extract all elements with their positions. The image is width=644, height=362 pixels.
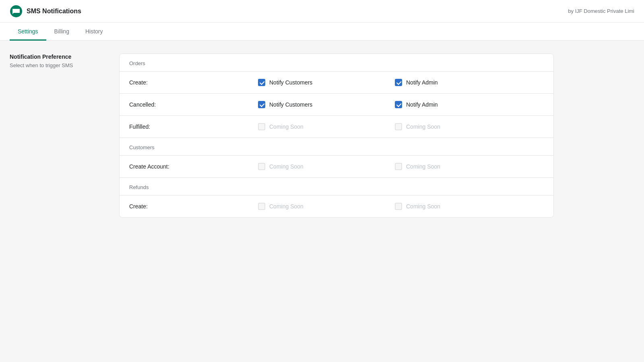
settings-card: Orders Create: Notify Customers Notify A… [119, 53, 554, 218]
customers-create-notify-customers-checkbox: Coming Soon [258, 163, 303, 170]
customers-create-notify-customers-box [258, 163, 265, 170]
row-orders-fulfilled-label: Fulfilled: [129, 123, 258, 130]
section-customers-header: Customers [120, 138, 553, 155]
orders-create-notify-customers-checkbox[interactable]: Notify Customers [258, 79, 312, 86]
refunds-create-notify-admin-group: Coming Soon [395, 203, 532, 210]
section-orders-header: Orders [120, 54, 553, 71]
customers-create-notify-admin-checkbox: Coming Soon [395, 163, 440, 170]
row-orders-cancelled: Cancelled: Notify Customers Notify Admin [120, 93, 553, 115]
customers-create-notify-customers-group: Coming Soon [258, 163, 395, 170]
customers-create-notify-admin-group: Coming Soon [395, 163, 532, 170]
row-orders-create: Create: Notify Customers Notify Admin [120, 71, 553, 93]
customers-create-notify-customers-label: Coming Soon [269, 163, 303, 170]
refunds-create-notify-customers-group: Coming Soon [258, 203, 395, 210]
orders-create-notify-admin-checkbox[interactable]: Notify Admin [395, 79, 438, 86]
orders-fulfilled-notify-customers-group: Coming Soon [258, 123, 395, 130]
orders-create-notify-customers-group: Notify Customers [258, 79, 395, 86]
row-customers-create-account-label: Create Account: [129, 163, 258, 170]
main-content: Notification Preference Select when to t… [0, 41, 564, 230]
orders-create-notify-admin-box[interactable] [395, 79, 402, 86]
orders-fulfilled-notify-customers-label: Coming Soon [269, 123, 303, 130]
orders-fulfilled-notify-admin-group: Coming Soon [395, 123, 532, 130]
row-orders-fulfilled: Fulfilled: Coming Soon Coming Soon [120, 115, 553, 138]
header-byline: by IJF Domestic Private Limi [568, 8, 634, 14]
orders-cancelled-notify-customers-label: Notify Customers [269, 101, 312, 108]
row-orders-cancelled-label: Cancelled: [129, 101, 258, 108]
sidebar-description: Select when to trigger SMS [10, 62, 106, 68]
orders-create-notify-customers-label: Notify Customers [269, 79, 312, 86]
customers-create-notify-admin-box [395, 163, 402, 170]
orders-fulfilled-notify-admin-label: Coming Soon [406, 123, 440, 130]
tabs-bar: Settings Billing History [0, 23, 644, 41]
row-customers-create-account: Create Account: Coming Soon Coming Soon [120, 155, 553, 177]
sms-logo-icon [10, 5, 23, 18]
refunds-create-notify-admin-label: Coming Soon [406, 203, 440, 210]
orders-fulfilled-notify-admin-checkbox: Coming Soon [395, 123, 440, 130]
section-refunds-header: Refunds [120, 177, 553, 195]
tab-billing[interactable]: Billing [46, 23, 77, 41]
orders-create-notify-admin-group: Notify Admin [395, 79, 532, 86]
refunds-create-notify-customers-box [258, 203, 265, 210]
row-refunds-create: Create: Coming Soon Coming Soon [120, 195, 553, 217]
refunds-create-notify-customers-label: Coming Soon [269, 203, 303, 210]
refunds-create-notify-customers-checkbox: Coming Soon [258, 203, 303, 210]
orders-cancelled-notify-customers-box[interactable] [258, 101, 265, 108]
tab-history[interactable]: History [77, 23, 111, 41]
orders-cancelled-notify-customers-checkbox[interactable]: Notify Customers [258, 101, 312, 108]
sidebar: Notification Preference Select when to t… [10, 53, 106, 218]
orders-create-notify-customers-box[interactable] [258, 79, 265, 86]
orders-cancelled-notify-admin-checkbox[interactable]: Notify Admin [395, 101, 438, 108]
refunds-create-notify-admin-box [395, 203, 402, 210]
orders-fulfilled-notify-customers-box [258, 123, 265, 130]
customers-create-notify-admin-label: Coming Soon [406, 163, 440, 170]
app-title: SMS Notifications [27, 8, 81, 15]
row-refunds-create-label: Create: [129, 203, 258, 210]
sidebar-title: Notification Preference [10, 53, 106, 60]
orders-cancelled-notify-customers-group: Notify Customers [258, 101, 395, 108]
header-left: SMS Notifications [10, 5, 81, 18]
orders-cancelled-notify-admin-label: Notify Admin [406, 101, 438, 108]
tab-settings[interactable]: Settings [10, 23, 46, 41]
orders-cancelled-notify-admin-group: Notify Admin [395, 101, 532, 108]
app-header: SMS Notifications by IJF Domestic Privat… [0, 0, 644, 23]
row-orders-create-label: Create: [129, 79, 258, 86]
orders-cancelled-notify-admin-box[interactable] [395, 101, 402, 108]
refunds-create-notify-admin-checkbox: Coming Soon [395, 203, 440, 210]
orders-fulfilled-notify-customers-checkbox: Coming Soon [258, 123, 303, 130]
orders-create-notify-admin-label: Notify Admin [406, 79, 438, 86]
orders-fulfilled-notify-admin-box [395, 123, 402, 130]
